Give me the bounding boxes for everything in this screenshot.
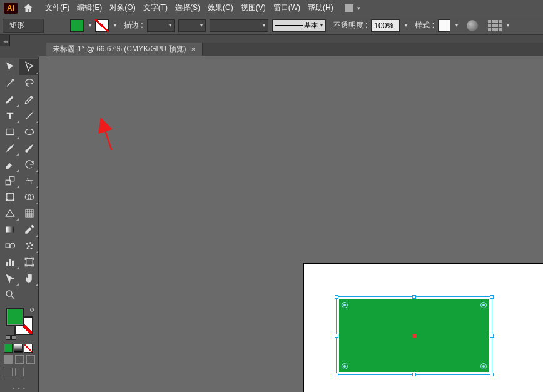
draw-normal-icon[interactable] bbox=[4, 355, 13, 364]
stroke-picker-chevron-icon[interactable]: ▾ bbox=[114, 23, 116, 28]
align-chevron-icon[interactable]: ▾ bbox=[507, 23, 509, 28]
recolor-artwork-icon[interactable] bbox=[467, 20, 478, 31]
brush-definition-dropdown[interactable]: 基本 ▾ bbox=[272, 19, 326, 32]
svg-point-22 bbox=[26, 247, 28, 249]
fill-picker-chevron-icon[interactable]: ▾ bbox=[89, 23, 91, 28]
lasso-tool-icon[interactable] bbox=[19, 75, 39, 91]
rectangle-tool-icon[interactable] bbox=[0, 124, 19, 140]
hand-tool-icon[interactable] bbox=[19, 270, 39, 286]
type-tool-icon[interactable] bbox=[0, 108, 19, 124]
eyedropper-tool-icon[interactable] bbox=[19, 221, 39, 238]
svg-rect-25 bbox=[9, 259, 11, 266]
gradient-tool-icon[interactable] bbox=[0, 221, 19, 238]
stroke-label: 描边 : bbox=[124, 20, 143, 31]
svg-point-1 bbox=[26, 79, 33, 84]
svg-rect-2 bbox=[6, 129, 14, 135]
paintbrush-tool-icon[interactable] bbox=[0, 140, 19, 156]
svg-rect-15 bbox=[6, 227, 14, 233]
menu-select[interactable]: 选择(S) bbox=[171, 0, 204, 16]
close-tab-icon[interactable]: × bbox=[191, 45, 196, 54]
draw-inside-icon[interactable] bbox=[26, 355, 35, 364]
width-tool-icon[interactable] bbox=[19, 173, 39, 189]
svg-point-17 bbox=[10, 243, 15, 248]
svg-point-8 bbox=[6, 193, 7, 194]
panel-dock-collapse-strip[interactable]: ◂◂ bbox=[0, 35, 10, 46]
magic-wand-tool-icon[interactable] bbox=[0, 75, 19, 91]
zoom-tool-icon[interactable] bbox=[0, 286, 19, 303]
blend-tool-icon[interactable] bbox=[0, 238, 19, 254]
svg-point-23 bbox=[30, 248, 32, 249]
menu-object[interactable]: 对象(O) bbox=[106, 0, 139, 16]
menu-help[interactable]: 帮助(H) bbox=[304, 0, 337, 16]
color-mode-gradient[interactable] bbox=[14, 344, 23, 353]
svg-point-10 bbox=[6, 199, 7, 201]
opacity-input[interactable]: 100% bbox=[371, 19, 400, 32]
svg-point-20 bbox=[28, 245, 29, 247]
color-mode-color[interactable] bbox=[4, 344, 13, 353]
menu-effect[interactable]: 效果(C) bbox=[204, 0, 237, 16]
menu-edit[interactable]: 编辑(E) bbox=[73, 0, 106, 16]
stroke-profile-dropdown[interactable]: ▾ bbox=[178, 19, 206, 32]
swap-fill-stroke-icon[interactable]: ↺ bbox=[29, 306, 34, 313]
menu-file[interactable]: 文件(F) bbox=[41, 0, 73, 16]
line-segment-tool-icon[interactable] bbox=[19, 108, 39, 124]
symbol-sprayer-tool-icon[interactable] bbox=[19, 238, 39, 254]
edit-toolbar-icon[interactable]: • • • bbox=[0, 385, 38, 392]
selection-tool-icon[interactable] bbox=[0, 59, 19, 75]
blob-brush-tool-icon[interactable] bbox=[19, 140, 39, 156]
perspective-grid-tool-icon[interactable] bbox=[0, 205, 19, 221]
default-fill-stroke-icon[interactable] bbox=[6, 335, 16, 340]
menu-window[interactable]: 窗口(W) bbox=[270, 0, 304, 16]
svg-rect-24 bbox=[6, 262, 8, 266]
menu-view[interactable]: 视图(V) bbox=[237, 0, 270, 16]
document-tab-title: 未标题-1* @ 66.67% (CMYK/GPU 预览) bbox=[53, 44, 186, 54]
drawing-modes bbox=[4, 355, 38, 364]
draw-behind-icon[interactable] bbox=[15, 355, 24, 364]
svg-point-3 bbox=[25, 129, 34, 135]
column-graph-tool-icon[interactable] bbox=[0, 254, 19, 270]
document-tab[interactable]: 未标题-1* @ 66.67% (CMYK/GPU 预览) × bbox=[46, 43, 203, 56]
fill-swatch[interactable] bbox=[70, 19, 84, 32]
stroke-width-profile-dropdown[interactable]: ▾ bbox=[210, 19, 268, 32]
svg-rect-27 bbox=[26, 259, 33, 266]
fill-stroke-proxy[interactable]: ↺ bbox=[6, 308, 33, 335]
align-panel-icon[interactable] bbox=[488, 20, 502, 31]
graphic-style-swatch[interactable] bbox=[438, 19, 450, 32]
mesh-tool-icon[interactable] bbox=[19, 205, 39, 221]
brush-label: 基本 bbox=[304, 21, 318, 30]
stroke-swatch[interactable] bbox=[95, 19, 109, 32]
free-transform-tool-icon[interactable] bbox=[0, 189, 19, 205]
pen-tool-icon[interactable] bbox=[0, 91, 19, 108]
ellipse-tool-icon[interactable] bbox=[19, 124, 39, 140]
shape-builder-tool-icon[interactable] bbox=[19, 189, 39, 205]
brush-preview-icon bbox=[275, 25, 303, 26]
svg-point-18 bbox=[26, 243, 28, 245]
direct-selection-tool-icon[interactable] bbox=[19, 59, 39, 75]
rotate-tool-icon[interactable] bbox=[19, 156, 39, 173]
stroke-weight-input[interactable]: ▾ bbox=[147, 19, 175, 32]
style-chevron-icon[interactable]: ▾ bbox=[455, 23, 458, 28]
color-mode-none[interactable] bbox=[24, 344, 33, 353]
screen-modes bbox=[4, 368, 38, 376]
workspace-switcher[interactable]: ▾ bbox=[345, 4, 360, 12]
selected-rectangle-shape[interactable] bbox=[339, 299, 489, 372]
artboard-tool-icon[interactable] bbox=[19, 254, 39, 270]
svg-rect-16 bbox=[6, 244, 9, 248]
screen-mode-full-icon[interactable] bbox=[15, 368, 24, 376]
svg-point-21 bbox=[31, 244, 33, 246]
svg-point-19 bbox=[29, 242, 31, 244]
svg-point-11 bbox=[13, 199, 14, 201]
canvas-area[interactable] bbox=[39, 56, 543, 392]
screen-mode-normal-icon[interactable] bbox=[4, 368, 13, 376]
scale-tool-icon[interactable] bbox=[0, 173, 19, 189]
opacity-chevron-icon[interactable]: ▾ bbox=[405, 23, 407, 28]
svg-point-9 bbox=[13, 193, 14, 194]
slice-tool-icon[interactable] bbox=[0, 270, 19, 286]
curvature-tool-icon[interactable] bbox=[19, 91, 39, 108]
fill-proxy-swatch[interactable] bbox=[6, 308, 24, 326]
color-mode-swatches bbox=[4, 344, 38, 353]
app-logo-icon: Ai bbox=[4, 3, 18, 14]
menu-type[interactable]: 文字(T) bbox=[140, 0, 171, 16]
eraser-tool-icon[interactable] bbox=[0, 156, 19, 173]
home-icon[interactable] bbox=[23, 3, 34, 14]
